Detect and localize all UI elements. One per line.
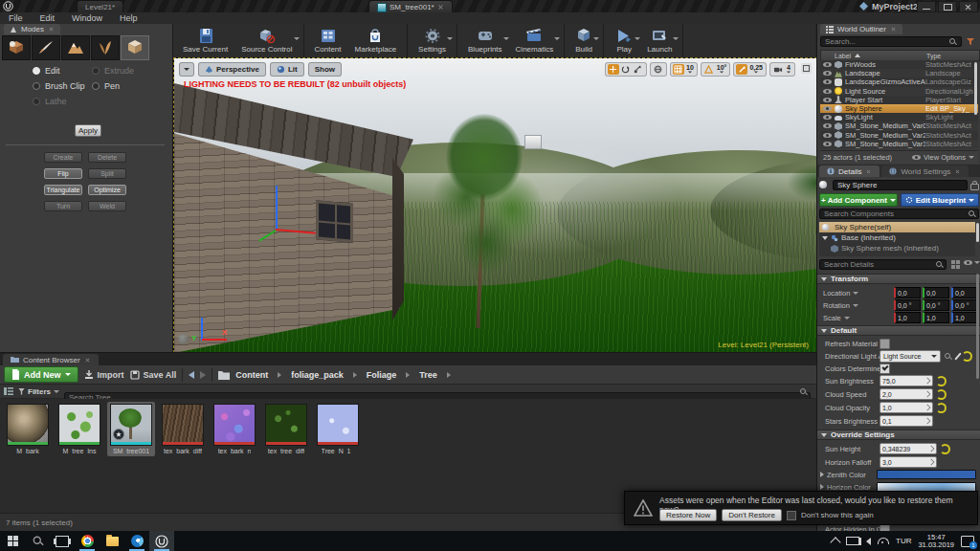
play-button[interactable]: Play <box>608 24 640 57</box>
tray-expand-icon[interactable] <box>830 537 840 547</box>
breadcrumb-foliage[interactable]: Foliage <box>367 370 397 380</box>
outliner-row-light-source[interactable]: Light Source DirectionalLigh <box>820 87 978 96</box>
sun-brightness-field[interactable]: 75,0 <box>880 375 933 386</box>
mode-option-extrude[interactable]: Extrude <box>92 66 151 76</box>
scale-snap-icon[interactable] <box>736 64 747 75</box>
component-row-mesh[interactable]: Sky Sphere mesh (Inherited) <box>819 243 975 253</box>
rotation-snap-value[interactable]: 10° <box>716 65 728 74</box>
unreal-taskbar-button[interactable] <box>149 531 174 551</box>
expand-arrow-icon[interactable] <box>822 236 828 240</box>
world-outliner-tab[interactable]: World Outliner <box>820 24 902 34</box>
directional-light-dropdown[interactable]: Light Source <box>880 350 941 363</box>
reset-to-default-icon[interactable] <box>936 376 947 386</box>
mode-foliage-icon[interactable] <box>91 35 120 60</box>
expand-arrow-icon[interactable] <box>820 472 824 477</box>
outliner-row-firwoods[interactable]: FirWoods StaticMeshAct <box>820 60 978 69</box>
visibility-eye-icon[interactable] <box>823 142 832 146</box>
perspective-button[interactable]: Perspective <box>198 62 266 77</box>
translate-tool-icon[interactable] <box>608 64 619 75</box>
reset-to-default-icon[interactable] <box>962 351 972 362</box>
actor-name-field[interactable] <box>833 180 968 190</box>
visibility-eye-icon[interactable] <box>823 115 832 120</box>
sources-panel-icon[interactable] <box>4 386 13 396</box>
tab-level21[interactable]: Level21* <box>77 0 123 13</box>
show-button[interactable]: Show <box>308 62 342 77</box>
outliner-row-landscapegizmoactiveact[interactable]: LandscapeGizmoActiveAct LandscapeGiz <box>820 77 978 86</box>
mode-option-lathe[interactable]: Lathe <box>33 97 92 106</box>
tab-world-settings[interactable]: World Settings <box>881 165 969 177</box>
reset-to-default-icon[interactable] <box>936 389 947 400</box>
speaker-icon[interactable] <box>866 538 871 545</box>
import-button[interactable]: Import <box>84 370 124 380</box>
rotation-x-field[interactable]: 0,0 ° <box>894 299 921 311</box>
search-components-input[interactable] <box>819 209 979 219</box>
mode-geometry-icon[interactable] <box>121 35 149 60</box>
rotate-tool-icon[interactable] <box>620 64 632 75</box>
details-scrollbar[interactable] <box>976 274 979 379</box>
visibility-eye-icon[interactable] <box>823 62 832 67</box>
transform-gizmo-z-axis[interactable] <box>276 186 278 230</box>
visibility-eye-icon[interactable] <box>823 79 832 84</box>
sun-height-field[interactable]: 0,348239 <box>880 443 937 454</box>
scale-y-field[interactable]: 1,0 <box>923 312 949 323</box>
chrome-taskbar-button[interactable] <box>75 531 100 551</box>
save-current-button[interactable]: Save Current <box>176 24 234 57</box>
dropdown-caret[interactable] <box>294 37 300 40</box>
menu-window[interactable]: Window <box>63 13 111 23</box>
asset-tree-n-1-[interactable]: Tree_N_1_ <box>314 402 362 456</box>
split-button[interactable]: Split <box>88 168 126 179</box>
source-control-button[interactable]: Source Control <box>234 24 299 57</box>
navigate-forward-button[interactable] <box>200 371 206 379</box>
grid-snap-icon[interactable] <box>673 64 684 75</box>
edit-asset-icon[interactable] <box>954 352 961 360</box>
marketplace-button[interactable]: Marketplace <box>348 24 404 57</box>
visibility-eye-icon[interactable] <box>823 133 832 138</box>
scene-house-window[interactable] <box>316 200 353 242</box>
create-button[interactable]: Create <box>44 152 82 163</box>
maximize-viewport-icon[interactable] <box>801 63 812 74</box>
camera-speed-icon[interactable] <box>772 64 784 75</box>
file-explorer-button[interactable] <box>100 531 124 551</box>
stars-brightness-field[interactable]: 0,1 <box>880 415 933 427</box>
outliner-row-sm-stone-medium-var01[interactable]: SM_Stone_Medium_Var01 StaticMeshAct <box>820 121 978 130</box>
view-options-button[interactable]: View Options <box>912 153 974 162</box>
visibility-eye-icon[interactable] <box>823 89 832 94</box>
outliner-row-sm-stone-medium-var2[interactable]: SM_Stone_Medium_Var2 StaticMeshAct <box>820 131 978 140</box>
language-indicator[interactable]: TUR <box>896 537 911 545</box>
task-view-button[interactable] <box>50 531 75 551</box>
breadcrumb-foliage-pack[interactable]: foliage_pack <box>291 370 344 380</box>
apply-button[interactable]: Apply <box>75 124 101 137</box>
battery-icon[interactable] <box>846 537 859 545</box>
scale-tool-icon[interactable] <box>633 64 644 75</box>
cloud-speed-field[interactable]: 2,0 <box>880 388 933 400</box>
lit-button[interactable]: Lit <box>270 62 304 77</box>
taskbar-search-button[interactable] <box>25 531 50 551</box>
turn-button[interactable]: Turn <box>44 201 82 211</box>
delete-button[interactable]: Delete <box>88 152 126 163</box>
visibility-eye-icon[interactable] <box>823 71 832 76</box>
viewport-options-button[interactable] <box>179 62 194 77</box>
weld-button[interactable]: Weld <box>88 201 126 211</box>
flip-button[interactable]: Flip <box>44 168 82 179</box>
search-options-icon[interactable] <box>966 37 975 46</box>
navigate-back-button[interactable] <box>189 371 194 379</box>
location-y-field[interactable]: 0,0 <box>923 287 949 298</box>
visibility-eye-icon[interactable] <box>823 106 832 111</box>
breadcrumb-content[interactable]: Content <box>235 370 268 380</box>
start-button[interactable] <box>0 531 25 551</box>
browse-to-asset-icon[interactable] <box>945 353 951 360</box>
dropdown-caret[interactable] <box>554 37 560 40</box>
scale-z-field[interactable]: 1,0 <box>951 312 978 323</box>
component-row-base[interactable]: Base (Inherited) <box>819 232 975 243</box>
scale-x-field[interactable]: 1,0 <box>894 312 921 323</box>
colors-determined-checkbox[interactable] <box>880 364 890 374</box>
override-settings-header[interactable]: Override Settings <box>817 430 980 440</box>
save-all-button[interactable]: Save All <box>130 370 177 380</box>
close-panel-icon[interactable] <box>891 27 896 32</box>
dont-show-again-checkbox[interactable] <box>787 511 796 520</box>
component-row-self[interactable]: Sky Sphere(self) <box>819 222 975 232</box>
action-center-button[interactable]: 1 <box>961 536 974 547</box>
close-panel-icon[interactable] <box>85 358 90 363</box>
horizon-falloff-field[interactable]: 3,0 <box>880 456 937 468</box>
reset-to-default-icon[interactable] <box>940 444 950 454</box>
